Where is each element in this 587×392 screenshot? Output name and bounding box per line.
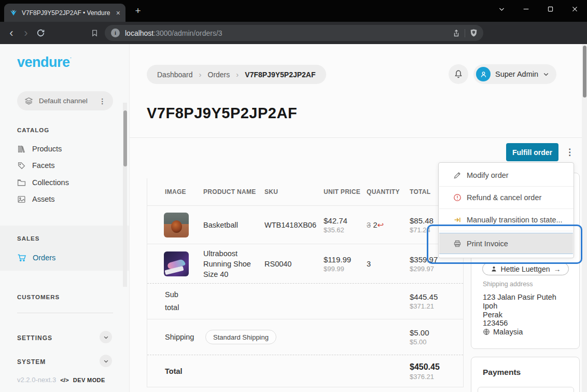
order-actions-kebab-button[interactable]: ⋮	[564, 143, 576, 161]
country-line: Malaysia	[483, 328, 523, 336]
reload-button[interactable]	[33, 26, 48, 40]
tag-icon	[17, 161, 26, 170]
total-row: Total $450.45 $376.21	[147, 355, 463, 387]
shipping-row: Shipping Standard Shipping $5.00 $5.00	[147, 319, 463, 355]
share-icon[interactable]	[452, 29, 460, 37]
quantity-cell: 3 2↩	[367, 220, 384, 230]
total-label: Total	[165, 367, 183, 375]
page-title: V7F8PJ9Y5P2JP2AF	[147, 105, 297, 122]
unit-price: $42.74	[324, 216, 347, 225]
address-line: 123456	[483, 319, 508, 327]
vendure-favicon-icon	[9, 9, 18, 17]
breadcrumb-dashboard[interactable]: Dashboard	[157, 71, 193, 79]
shipping-value: $5.00	[410, 328, 429, 337]
channel-kebab-icon[interactable]: ⋮	[99, 97, 106, 105]
chevron-down-icon	[543, 71, 549, 77]
browser-tab-bar: V7F8PJ9Y5P2JP2AF • Vendure × +	[0, 0, 587, 22]
breadcrumb-current: V7F8PJ9Y5P2JP2AF	[245, 71, 315, 79]
address-line: 123 Jalan Pasir Puteh	[483, 293, 556, 301]
fulfill-order-button[interactable]: Fulfill order	[506, 143, 558, 161]
person-icon	[491, 265, 497, 272]
tab-title: V7F8PJ9Y5P2JP2AF • Vendure	[22, 9, 112, 17]
col-unit-price: UNIT PRICE	[324, 188, 360, 195]
sidebar-item-assets[interactable]: Assets	[17, 191, 55, 207]
forward-button[interactable]: ›	[19, 26, 33, 40]
bookmark-icon[interactable]	[87, 26, 102, 40]
line-total: $85.48	[410, 216, 434, 225]
user-avatar	[476, 67, 491, 81]
system-collapse-button[interactable]	[100, 355, 112, 367]
unit-price: $119.99	[324, 255, 351, 264]
subtotal-label: Sub total	[165, 288, 187, 315]
address-line: Ipoh	[483, 302, 497, 310]
breadcrumb: Dashboard › Orders › V7F8PJ9Y5P2JP2AF	[147, 65, 326, 84]
order-lines-table: IMAGE PRODUCT NAME SKU UNIT PRICE QUANTI…	[147, 178, 464, 387]
sidebar-item-products[interactable]: Products	[17, 141, 62, 157]
menu-item-refund-cancel[interactable]: Refund & cancel order	[439, 187, 573, 208]
quantity-old: 3	[367, 221, 371, 229]
sidebar-item-collections[interactable]: Collections	[17, 175, 69, 190]
product-name: Ultraboost Running Shoe Size 40	[203, 248, 258, 279]
globe-icon	[483, 328, 490, 335]
main-content: Dashboard › Orders › V7F8PJ9Y5P2JP2AF Su…	[130, 44, 587, 392]
sidebar-item-facets[interactable]: Facets	[17, 158, 55, 173]
maximize-button[interactable]	[538, 0, 563, 18]
sidebar-item-orders[interactable]: Orders	[17, 250, 55, 265]
settings-collapse-button[interactable]	[100, 331, 112, 343]
image-icon	[17, 195, 26, 204]
table-row: Ultraboost Running Shoe Size 40 RS0040 $…	[147, 244, 463, 284]
chevron-down-icon	[103, 334, 109, 340]
menu-item-modify-order[interactable]: Modify order	[439, 164, 573, 186]
cart-icon	[17, 253, 26, 262]
col-image: IMAGE	[165, 188, 186, 195]
sales-section-label: SALES	[17, 235, 39, 242]
version-label: v2.2.0-next.3	[17, 376, 56, 384]
vendure-logo[interactable]: vendure˙	[17, 54, 72, 71]
brave-shield-icon[interactable]	[469, 29, 478, 37]
sidebar: vendure˙ Default channel ⋮ CATALOG Produ…	[0, 44, 130, 392]
tab-close-icon[interactable]: ×	[116, 9, 120, 17]
new-tab-button[interactable]: +	[132, 5, 144, 18]
tab-search-icon[interactable]	[490, 0, 514, 18]
channel-label: Default channel	[39, 97, 88, 105]
alert-circle-icon	[453, 193, 462, 202]
back-button[interactable]: ‹	[4, 26, 19, 40]
notifications-button[interactable]	[449, 64, 468, 84]
annotation-highlight-box	[427, 225, 582, 264]
col-total: TOTAL	[410, 188, 430, 195]
dev-mode-label: DEV MODE	[73, 377, 105, 383]
product-sku: RS0040	[264, 260, 291, 268]
product-image-basketball[interactable]	[164, 213, 189, 237]
user-menu[interactable]: Super Admin	[473, 64, 556, 84]
customers-section-label: CUSTOMERS	[17, 294, 60, 300]
customer-name: Hettie Luettgen	[501, 265, 550, 273]
country-name: Malaysia	[493, 328, 523, 336]
subtotal-net: $371.21	[410, 302, 438, 310]
payments-card: Payments	[471, 357, 580, 392]
window-controls	[490, 0, 587, 18]
customer-link[interactable]: Hettie Luettgen →	[482, 262, 569, 275]
product-sku: WTB1418XB06	[264, 221, 316, 229]
site-info-icon[interactable]: i	[111, 29, 120, 37]
col-quantity: QUANTITY	[367, 188, 400, 195]
breadcrumb-orders[interactable]: Orders	[208, 71, 230, 79]
sidebar-scrollbar-thumb[interactable]	[123, 110, 127, 166]
page-scrollbar-thumb[interactable]	[583, 46, 586, 97]
chevron-right-icon: ›	[236, 70, 239, 79]
transition-arrow-icon	[453, 216, 462, 224]
sidebar-divider	[17, 313, 113, 313]
chevron-down-icon	[103, 358, 109, 364]
col-product-name: PRODUCT NAME	[203, 188, 256, 195]
address-line: Perak	[483, 311, 502, 319]
channel-selector[interactable]: Default channel ⋮	[17, 91, 113, 110]
product-image-shoe[interactable]	[164, 251, 189, 276]
close-window-button[interactable]	[563, 0, 587, 18]
arrow-right-icon: →	[553, 265, 561, 273]
browser-tab[interactable]: V7F8PJ9Y5P2JP2AF • Vendure ×	[4, 4, 125, 22]
minimize-button[interactable]	[514, 0, 538, 18]
quantity: 3	[367, 260, 371, 268]
vendure-admin-app: vendure˙ Default channel ⋮ CATALOG Produ…	[0, 44, 587, 392]
payments-title: Payments	[483, 368, 521, 377]
settings-section-label: SETTINGS	[17, 334, 52, 342]
url-field[interactable]: i localhost:3000/admin/orders/3	[105, 25, 483, 41]
